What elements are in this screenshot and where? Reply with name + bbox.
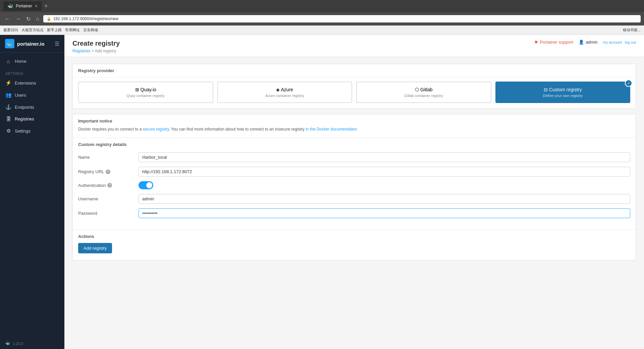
provider-gitlab[interactable]: ⎔ Gitlab Gitlab container registry [356,82,491,103]
bookmark-2[interactable]: 火狐官方站点 [21,28,44,33]
sidebar-logo: 🐳 portainer.io ☰ [0,35,64,53]
move-bookmarks[interactable]: 移动书签... [623,28,641,33]
form-section-title: Custom registry details [78,142,630,147]
name-label-text: Name [78,155,90,160]
username-input[interactable] [139,194,630,204]
notice-section: Important notice Docker requires you to … [73,114,636,138]
breadcrumb-separator: > [92,49,95,53]
sidebar-item-users[interactable]: 👥 Users [0,89,64,101]
forward-button[interactable]: → [14,14,22,23]
registry-provider-card: Registry provider ⊞ Quay.io Quay contain… [72,64,636,109]
password-input[interactable] [139,208,630,218]
actions-title: Actions [78,234,630,239]
registry-url-label: Registry URL ? [78,169,139,174]
toggle-track [139,181,153,189]
gitlab-name: ⎔ Gitlab [361,87,487,92]
registries-label: Registries [15,116,34,121]
sidebar-item-home[interactable]: ⌂ Home [0,55,64,67]
username-label-text: Username [78,196,98,201]
sidebar-item-extensions[interactable]: ⚡ Extensions [0,77,64,89]
notice-text: Docker requires you to connect to a secu… [78,126,630,132]
authentication-help-icon[interactable]: ? [107,183,112,188]
header-actions: ✖ Portainer support 👤 admin my account l… [534,40,636,45]
sidebar-settings-icon[interactable]: ☰ [55,41,59,47]
authentication-label: Authentication ? [78,183,139,188]
user-menu[interactable]: 👤 admin [579,40,597,45]
provider-custom[interactable]: ✓ ⊟ Custom registry Define your own regi… [495,82,631,103]
refresh-button[interactable]: ↻ [25,14,32,23]
provider-azure[interactable]: ◈ Azure Azure container registry [217,82,353,103]
registry-url-row: Registry URL ? [78,167,630,177]
users-icon: 👥 [5,92,11,98]
back-button[interactable]: ← [3,14,11,23]
lock-icon: 🔒 [47,17,51,21]
notice-text-before: Docker requires you to connect to a [78,127,143,132]
address-text: 192.168.1.172:9000/#/registries/new [53,16,118,21]
support-link[interactable]: ✖ Portainer support [534,40,573,45]
breadcrumb-current: Add registry [95,49,116,53]
add-registry-button[interactable]: Add registry [78,243,112,253]
docker-docs-link[interactable]: in the Docker documentation [306,127,357,132]
sidebar: 🐳 portainer.io ☰ ⌂ Home SETTINGS ⚡ Exten… [0,35,64,349]
password-label-text: Password [78,211,97,216]
bookmarks-bar: 最爱访问 火狐官方站点 新手上路 常用网址 京东商城 移动书签... [0,26,644,35]
toggle-thumb [146,182,152,188]
endpoints-icon: ⚓ [5,104,11,110]
notice-text-after: . [357,127,358,132]
breadcrumb-root[interactable]: Registries [72,49,90,53]
users-label: Users [15,93,26,98]
my-account-link[interactable]: my account [603,40,622,44]
address-bar[interactable]: 🔒 192.168.1.172:9000/#/registries/new [43,15,641,22]
support-icon: ✖ [534,40,538,45]
azure-desc: Azure container registry [222,94,348,98]
home-label: Home [15,59,26,64]
password-label: Password [78,211,139,216]
sidebar-nav: ⌂ Home SETTINGS ⚡ Extensions 👥 Users ⚓ E… [0,53,64,338]
bookmark-3[interactable]: 新手上路 [47,28,62,33]
user-label: admin [586,40,597,45]
active-check-icon: ✓ [625,80,632,87]
quay-desc: Quay container registry [83,94,209,98]
tab-favicon: 🐳 [7,3,13,9]
new-tab-button[interactable]: + [44,3,48,10]
registry-url-input[interactable] [139,167,630,177]
name-label: Name [78,155,139,160]
authentication-toggle[interactable] [139,181,153,189]
sidebar-item-settings[interactable]: ⚙ Settings [0,125,64,137]
page-header-left: Create registry Registries > Add registr… [72,40,120,53]
user-links: my account log out [603,40,636,44]
extensions-label: Extensions [15,81,36,86]
sidebar-version: 🐳 1.23.0 [0,338,64,349]
sidebar-item-registries[interactable]: 🗄 Registries [0,113,64,125]
custom-name: ⊟ Custom registry [500,87,626,92]
username-label: Username [78,196,139,201]
browser-chrome: 🐳 Portainer × + [0,0,644,12]
home-button[interactable]: ⌂ [35,14,41,23]
provider-grid: ⊞ Quay.io Quay container registry ◈ Azur… [73,78,636,108]
form-section: Custom registry details Name Registry UR… [73,138,636,230]
actions-section: Actions Add registry [73,230,636,260]
bookmark-4[interactable]: 常用网址 [65,28,80,33]
secure-registry-link[interactable]: secure registry [143,127,169,132]
registry-details-card: Important notice Docker requires you to … [72,114,636,260]
provider-section-title: Registry provider [73,64,636,78]
gitlab-desc: Gitlab container registry [361,94,487,98]
bookmark-1[interactable]: 最爱访问 [3,28,18,33]
username-row: Username [78,194,630,204]
notice-text-middle: . You can find more information about ho… [169,127,306,132]
notice-title: Important notice [78,118,630,123]
support-label: Portainer support [540,40,573,45]
sidebar-item-endpoints[interactable]: ⚓ Endpoints [0,101,64,113]
app-container: 🐳 portainer.io ☰ ⌂ Home SETTINGS ⚡ Exten… [0,35,644,349]
provider-quay[interactable]: ⊞ Quay.io Quay container registry [78,82,213,103]
log-out-link[interactable]: log out [625,40,636,44]
registry-url-help-icon[interactable]: ? [106,169,110,174]
browser-navigation: ← → ↻ ⌂ 🔒 192.168.1.172:9000/#/registrie… [0,12,644,26]
bookmark-5[interactable]: 京东商城 [83,28,98,33]
azure-name: ◈ Azure [222,87,348,92]
authentication-label-text: Authentication [78,183,106,188]
name-input[interactable] [139,152,630,162]
settings-label: Settings [15,129,31,134]
extensions-icon: ⚡ [5,80,11,86]
tab-close-button[interactable]: × [35,3,38,9]
